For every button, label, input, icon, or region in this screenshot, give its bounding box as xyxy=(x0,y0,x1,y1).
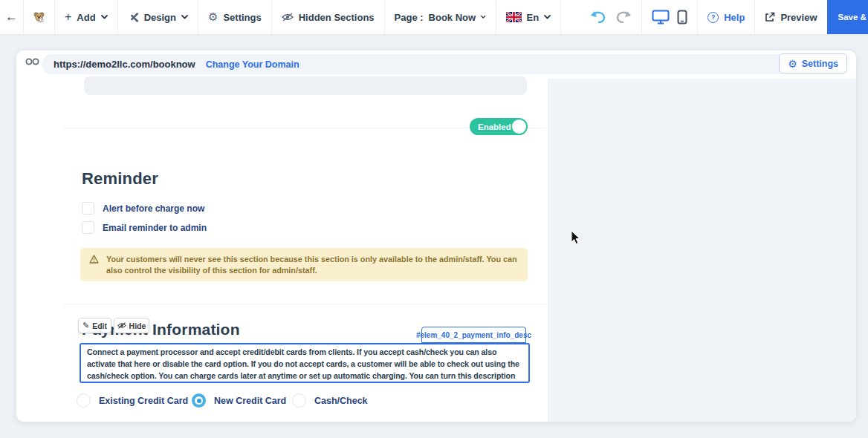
hidden-sections-menu[interactable]: Hidden Sections xyxy=(272,0,385,34)
change-domain-link[interactable]: Change Your Domain xyxy=(206,59,299,70)
edit-button[interactable]: ✎ Edit xyxy=(78,318,111,333)
design-tools-icon xyxy=(128,12,139,23)
radio-selected[interactable] xyxy=(192,393,206,408)
app-logo[interactable] xyxy=(24,0,55,34)
hide-button[interactable]: Hide xyxy=(114,318,149,333)
history-group xyxy=(580,0,642,34)
site-url: https://demo2llc.com/booknow xyxy=(54,59,195,70)
alert-before-charge-checkbox-row[interactable]: Alert before charge now xyxy=(82,202,204,215)
back-arrow-icon: ← xyxy=(5,10,18,24)
enabled-toggle[interactable]: Enabled xyxy=(470,118,528,135)
site-url-field[interactable]: https://demo2llc.com/booknow Change Your… xyxy=(42,54,789,74)
radio-label: Existing Credit Card xyxy=(99,396,188,406)
design-menu[interactable]: Design xyxy=(118,0,198,34)
enabled-toggle-label: Enabled xyxy=(478,122,511,131)
new-credit-card-radio-row[interactable]: New Credit Card xyxy=(192,393,286,408)
element-id-tag[interactable]: #elem_40_2_payment_info_desc xyxy=(421,327,526,343)
app-root: ← + Add D xyxy=(0,0,868,438)
toggle-knob xyxy=(512,120,526,134)
warning-text: Your customers will never see this secti… xyxy=(106,254,517,275)
pencil-icon: ✎ xyxy=(82,321,89,330)
link-icon xyxy=(25,58,39,65)
uk-flag-icon xyxy=(506,12,522,22)
language-label: En xyxy=(527,12,540,23)
eye-slash-icon xyxy=(117,322,126,329)
toolbar-spacer xyxy=(561,0,580,34)
plus-icon: + xyxy=(65,10,71,24)
checkbox-unchecked[interactable] xyxy=(82,221,94,234)
radio-unselected[interactable] xyxy=(292,393,306,408)
external-link-icon xyxy=(765,12,775,22)
preview-button[interactable]: Preview xyxy=(755,0,826,34)
page-value: Book Now xyxy=(429,12,476,23)
hidden-sections-label: Hidden Sections xyxy=(299,12,375,23)
settings-label: Settings xyxy=(223,12,261,23)
section-divider xyxy=(63,304,546,304)
device-preview-group xyxy=(642,0,698,34)
language-selector[interactable]: En xyxy=(496,0,562,34)
chevron-down-icon xyxy=(101,15,108,19)
add-menu[interactable]: + Add xyxy=(55,0,118,34)
eye-slash-icon xyxy=(282,13,294,22)
domain-settings-label: Settings xyxy=(802,59,838,69)
redo-icon[interactable] xyxy=(615,11,632,23)
help-question-icon: ? xyxy=(707,12,719,23)
edit-button-label: Edit xyxy=(92,321,107,330)
desktop-icon[interactable] xyxy=(652,10,670,24)
existing-credit-card-radio-row[interactable]: Existing Credit Card xyxy=(77,393,188,408)
radio-unselected[interactable] xyxy=(77,393,91,408)
mobile-icon[interactable] xyxy=(677,10,687,24)
checkbox-unchecked[interactable] xyxy=(82,202,94,215)
page-label: Page : xyxy=(395,12,424,23)
design-label: Design xyxy=(144,12,176,23)
help-label: Help xyxy=(724,12,745,23)
payment-description-editor[interactable]: Connect a payment processor and accept c… xyxy=(80,343,530,383)
site-preview: Enabled Reminder Alert before charge now… xyxy=(16,79,548,422)
reminder-section-title: Reminder xyxy=(82,169,158,189)
back-button[interactable]: ← xyxy=(0,0,24,34)
editor-backdrop xyxy=(548,79,856,422)
hide-button-label: Hide xyxy=(129,321,146,330)
admin-visibility-warning: Your customers will never see this secti… xyxy=(80,248,528,281)
add-label: Add xyxy=(77,12,95,23)
warning-triangle-icon xyxy=(89,255,99,264)
settings-menu[interactable]: ⚙ Settings xyxy=(198,0,272,34)
scrolled-section-remnant xyxy=(84,76,527,95)
koala-logo-icon xyxy=(33,4,45,30)
email-reminder-checkbox-row[interactable]: Email reminder to admin xyxy=(82,221,207,234)
editor-toolbar: ← + Add D xyxy=(0,0,868,35)
save-publish-label: Save & Publish xyxy=(838,13,868,22)
chevron-down-icon xyxy=(481,15,485,19)
save-publish-button[interactable]: Save & Publish xyxy=(827,0,868,34)
site-editor-panel: https://demo2llc.com/booknow Change Your… xyxy=(16,50,856,422)
chevron-down-icon xyxy=(544,15,551,19)
help-button[interactable]: ? Help xyxy=(698,0,755,34)
radio-label: Cash/Check xyxy=(314,396,368,406)
domain-bar: https://demo2llc.com/booknow Change Your… xyxy=(16,50,856,79)
checkbox-label: Email reminder to admin xyxy=(103,223,207,233)
page-selector[interactable]: Page : Book Now xyxy=(385,0,496,34)
undo-icon[interactable] xyxy=(590,11,606,23)
radio-label: New Credit Card xyxy=(214,396,286,406)
checkbox-label: Alert before charge now xyxy=(103,203,204,214)
gear-icon: ⚙ xyxy=(788,58,797,70)
chevron-down-icon xyxy=(181,15,188,19)
gear-icon: ⚙ xyxy=(208,10,218,24)
cash-check-radio-row[interactable]: Cash/Check xyxy=(292,393,368,408)
domain-settings-button[interactable]: ⚙ Settings xyxy=(779,53,847,73)
preview-label: Preview xyxy=(780,12,817,23)
